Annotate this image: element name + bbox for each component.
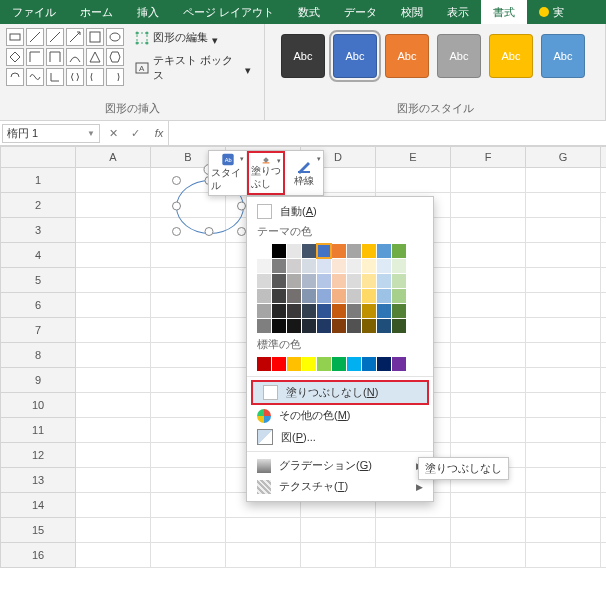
standard-color[interactable] (302, 357, 316, 371)
cell[interactable] (76, 468, 151, 493)
tab-format[interactable]: 書式 (481, 0, 527, 24)
style-swatch[interactable]: Abc (333, 34, 377, 78)
theme-color[interactable] (347, 259, 361, 273)
theme-color[interactable] (377, 319, 391, 333)
theme-color[interactable] (287, 274, 301, 288)
cell[interactable] (301, 518, 376, 543)
chevron-down-icon[interactable]: ▼ (87, 129, 95, 138)
cell[interactable] (451, 218, 526, 243)
col-header[interactable]: E (376, 147, 451, 168)
theme-color[interactable] (302, 244, 316, 258)
theme-color[interactable] (272, 289, 286, 303)
theme-color[interactable] (272, 244, 286, 258)
cell[interactable] (76, 543, 151, 568)
theme-color[interactable] (347, 319, 361, 333)
cancel-button[interactable]: ✕ (102, 127, 124, 140)
cell[interactable] (76, 418, 151, 443)
text-box-button[interactable]: A テキスト ボックス ▾ (130, 51, 258, 85)
resize-handle[interactable] (205, 227, 214, 236)
cell[interactable] (526, 268, 601, 293)
edit-shape-button[interactable]: 図形の編集 ▾ (130, 28, 258, 47)
row-header[interactable]: 6 (1, 293, 76, 318)
theme-color[interactable] (377, 274, 391, 288)
mini-border-button[interactable]: ▾ 枠線 (285, 151, 323, 195)
theme-color[interactable] (332, 274, 346, 288)
theme-color[interactable] (272, 319, 286, 333)
cell[interactable] (601, 393, 607, 418)
row-header[interactable]: 2 (1, 193, 76, 218)
theme-color[interactable] (347, 304, 361, 318)
theme-color[interactable] (332, 319, 346, 333)
theme-color[interactable] (257, 244, 271, 258)
theme-color[interactable] (332, 259, 346, 273)
resize-handle[interactable] (237, 202, 246, 211)
standard-color[interactable] (362, 357, 376, 371)
theme-color[interactable] (257, 304, 271, 318)
cell[interactable] (601, 468, 607, 493)
row-header[interactable]: 10 (1, 393, 76, 418)
cell[interactable] (601, 168, 607, 193)
theme-color[interactable] (347, 274, 361, 288)
cell[interactable] (526, 318, 601, 343)
cell[interactable] (526, 518, 601, 543)
row-header[interactable]: 1 (1, 168, 76, 193)
col-header[interactable]: F (451, 147, 526, 168)
cell[interactable] (376, 518, 451, 543)
theme-color[interactable] (287, 319, 301, 333)
cell[interactable] (76, 368, 151, 393)
cell[interactable] (601, 243, 607, 268)
enter-button[interactable]: ✓ (124, 127, 146, 140)
cell[interactable] (526, 468, 601, 493)
cell[interactable] (151, 518, 226, 543)
cell[interactable] (76, 243, 151, 268)
select-all-corner[interactable] (1, 147, 76, 168)
theme-color[interactable] (347, 244, 361, 258)
cell[interactable] (601, 268, 607, 293)
resize-handle[interactable] (237, 227, 246, 236)
standard-color[interactable] (317, 357, 331, 371)
cell[interactable] (451, 193, 526, 218)
cell[interactable] (601, 493, 607, 518)
theme-color[interactable] (332, 244, 346, 258)
theme-color[interactable] (377, 244, 391, 258)
cell[interactable] (451, 418, 526, 443)
cell[interactable] (226, 543, 301, 568)
row-header[interactable]: 9 (1, 368, 76, 393)
cell[interactable] (151, 543, 226, 568)
cell[interactable] (526, 393, 601, 418)
theme-color[interactable] (362, 259, 376, 273)
standard-color[interactable] (392, 357, 406, 371)
cell[interactable] (76, 168, 151, 193)
theme-color[interactable] (302, 259, 316, 273)
cell[interactable] (451, 343, 526, 368)
theme-color[interactable] (287, 244, 301, 258)
theme-color[interactable] (317, 304, 331, 318)
theme-color[interactable] (257, 259, 271, 273)
row-header[interactable]: 4 (1, 243, 76, 268)
tab-tell-me[interactable]: 実 (527, 0, 576, 24)
theme-color[interactable] (257, 274, 271, 288)
cell[interactable] (526, 543, 601, 568)
theme-color[interactable] (287, 289, 301, 303)
cell[interactable] (301, 543, 376, 568)
cell[interactable] (601, 193, 607, 218)
resize-handle[interactable] (172, 202, 181, 211)
theme-color[interactable] (377, 259, 391, 273)
cell[interactable] (601, 418, 607, 443)
row-header[interactable]: 5 (1, 268, 76, 293)
row-header[interactable]: 8 (1, 343, 76, 368)
theme-color[interactable] (302, 304, 316, 318)
cell[interactable] (76, 318, 151, 343)
theme-color[interactable] (317, 289, 331, 303)
standard-color[interactable] (347, 357, 361, 371)
cell[interactable] (76, 218, 151, 243)
cell[interactable] (526, 368, 601, 393)
tab-formula[interactable]: 数式 (286, 0, 332, 24)
tab-insert[interactable]: 挿入 (125, 0, 171, 24)
theme-color[interactable] (362, 304, 376, 318)
fill-gradient[interactable]: グラデーション(G) ▶ (247, 455, 433, 476)
theme-color[interactable] (302, 274, 316, 288)
standard-color[interactable] (287, 357, 301, 371)
cell[interactable] (526, 168, 601, 193)
standard-color[interactable] (272, 357, 286, 371)
